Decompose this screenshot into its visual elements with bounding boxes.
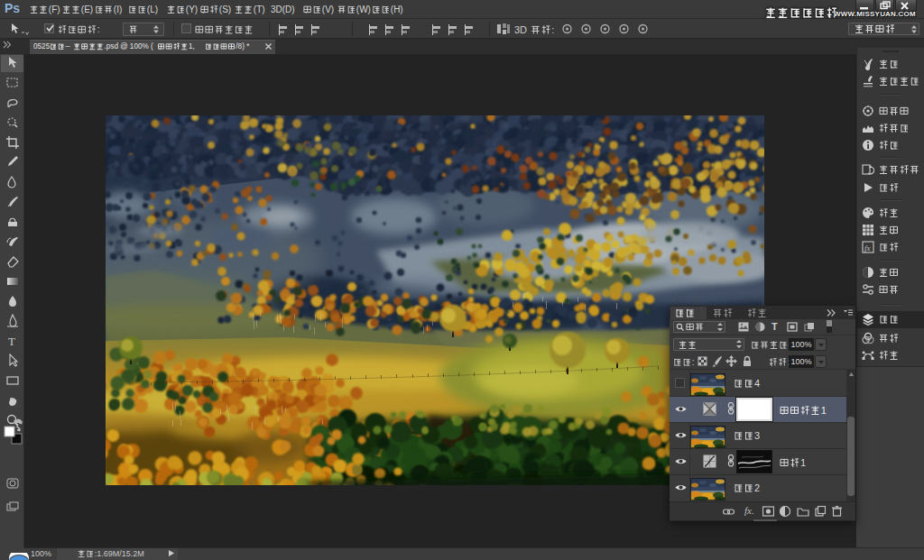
svg-text:1: 1	[800, 457, 806, 468]
svg-text:1,: 1,	[189, 42, 195, 50]
svg-text:(H): (H)	[391, 5, 403, 14]
svg-text:4: 4	[754, 378, 760, 389]
svg-text::: :	[692, 357, 695, 367]
svg-text:0525: 0525	[33, 42, 51, 50]
svg-text:(L): (L)	[147, 5, 158, 14]
svg-text:--: --	[65, 42, 70, 50]
svg-text:(F): (F)	[49, 5, 60, 14]
svg-text:2: 2	[754, 482, 760, 493]
svg-text:(Y): (Y)	[186, 5, 198, 14]
svg-text:(T): (T)	[254, 5, 265, 14]
svg-text:.psd @ 100% (: .psd @ 100% (	[105, 42, 154, 50]
svg-text:1: 1	[821, 405, 827, 416]
svg-text:fx: fx	[864, 243, 871, 252]
svg-text:(W): (W)	[356, 5, 371, 14]
svg-text:3D: 3D	[514, 24, 527, 35]
svg-text:T: T	[8, 335, 15, 348]
svg-text::: :	[97, 24, 100, 34]
svg-text::1.69M/15.2M: :1.69M/15.2M	[95, 549, 144, 558]
svg-text:(S): (S)	[219, 5, 231, 14]
svg-text::: :	[551, 24, 554, 35]
svg-text:3D(D): 3D(D)	[271, 5, 295, 14]
svg-text:3: 3	[754, 430, 760, 441]
svg-text:(E): (E)	[81, 5, 93, 14]
svg-text:(I): (I)	[114, 5, 122, 14]
svg-text:(V): (V)	[322, 5, 334, 14]
svg-text:/8) *: /8) *	[236, 42, 250, 50]
